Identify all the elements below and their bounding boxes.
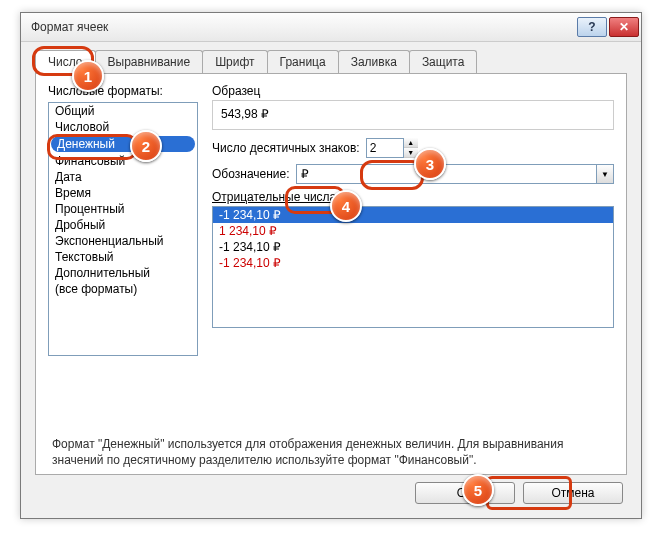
dialog-title: Формат ячеек xyxy=(31,20,577,34)
list-item[interactable]: 1 234,10 ₽ xyxy=(213,223,613,239)
list-item[interactable]: Текстовый xyxy=(49,249,197,265)
format-cells-dialog: Формат ячеек ? ✕ Число Выравнивание Шриф… xyxy=(20,12,642,519)
list-item[interactable]: Финансовый xyxy=(49,153,197,169)
decimal-label: Число десятичных знаков: xyxy=(212,141,360,155)
list-item[interactable]: Дробный xyxy=(49,217,197,233)
ok-button[interactable]: ОК xyxy=(415,482,515,504)
tab-font[interactable]: Шрифт xyxy=(202,50,267,73)
list-item[interactable]: -1 234,10 ₽ xyxy=(213,207,613,223)
tab-fill[interactable]: Заливка xyxy=(338,50,410,73)
list-item[interactable]: Экспоненциальный xyxy=(49,233,197,249)
close-button[interactable]: ✕ xyxy=(609,17,639,37)
list-item[interactable]: -1 234,10 ₽ xyxy=(213,239,613,255)
sample-value: 543,98 ₽ xyxy=(221,107,269,121)
list-item[interactable]: Числовой xyxy=(49,119,197,135)
sample-label: Образец xyxy=(212,84,614,98)
spin-up-icon[interactable]: ▲ xyxy=(404,138,418,148)
list-item[interactable]: Дата xyxy=(49,169,197,185)
chevron-down-icon[interactable]: ▼ xyxy=(596,165,613,183)
number-panel: Числовые форматы: Общий Числовой Денежны… xyxy=(35,73,627,475)
list-item[interactable]: Процентный xyxy=(49,201,197,217)
list-item[interactable]: -1 234,10 ₽ xyxy=(213,255,613,271)
cancel-button[interactable]: Отмена xyxy=(523,482,623,504)
tab-strip: Число Выравнивание Шрифт Граница Заливка… xyxy=(35,50,627,73)
list-item[interactable]: Общий xyxy=(49,103,197,119)
tab-alignment[interactable]: Выравнивание xyxy=(95,50,204,73)
decimal-spinner[interactable]: ▲ ▼ xyxy=(366,138,414,158)
sample-box: 543,98 ₽ xyxy=(212,100,614,130)
category-label: Числовые форматы: xyxy=(48,84,198,98)
symbol-combo[interactable]: ▼ xyxy=(296,164,614,184)
help-button[interactable]: ? xyxy=(577,17,607,37)
list-item[interactable]: Дополнительный xyxy=(49,265,197,281)
negative-label: Отрицательные числа: xyxy=(212,190,614,204)
negative-list[interactable]: -1 234,10 ₽ 1 234,10 ₽ -1 234,10 ₽ -1 23… xyxy=(212,206,614,328)
list-item[interactable]: (все форматы) xyxy=(49,281,197,297)
tab-border[interactable]: Граница xyxy=(267,50,339,73)
tab-number[interactable]: Число xyxy=(35,50,96,73)
symbol-label: Обозначение: xyxy=(212,167,290,181)
category-list[interactable]: Общий Числовой Денежный Финансовый Дата … xyxy=(48,102,198,356)
tab-protection[interactable]: Защита xyxy=(409,50,478,73)
format-description: Формат "Денежный" используется для отобр… xyxy=(52,436,610,468)
decimal-input[interactable] xyxy=(367,141,403,155)
titlebar: Формат ячеек ? ✕ xyxy=(21,13,641,42)
symbol-input[interactable] xyxy=(297,167,596,181)
list-item-selected[interactable]: Денежный xyxy=(51,136,195,152)
list-item[interactable]: Время xyxy=(49,185,197,201)
spin-down-icon[interactable]: ▼ xyxy=(404,148,418,158)
